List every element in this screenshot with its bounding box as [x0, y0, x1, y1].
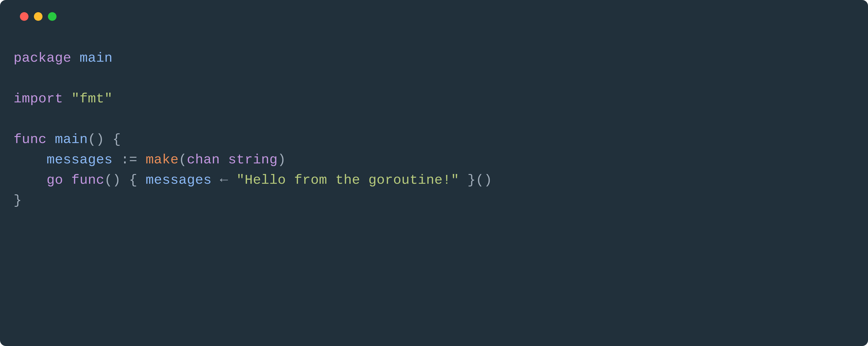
code-window: package main import "fmt" func main() { …: [0, 0, 868, 346]
code-token: messages: [46, 152, 113, 167]
code-token: [63, 172, 71, 188]
code-token: (: [179, 152, 187, 167]
window-controls: [13, 11, 855, 21]
code-line: [13, 68, 855, 89]
code-token: [13, 152, 46, 167]
code-token: main: [80, 51, 113, 66]
code-token: [63, 91, 71, 106]
code-token: func: [71, 172, 104, 188]
code-token: [228, 172, 237, 188]
code-line: import "fmt": [13, 89, 855, 109]
code-token: chan: [187, 152, 220, 167]
code-token: [137, 152, 146, 167]
code-token: [212, 172, 220, 188]
code-token: [220, 152, 228, 167]
code-block: package main import "fmt" func main() { …: [13, 48, 855, 211]
code-token: messages: [146, 172, 212, 188]
code-token: ←: [220, 172, 228, 188]
code-line: func main() {: [13, 129, 855, 150]
maximize-icon[interactable]: [48, 12, 57, 21]
code-token: "Hello from the goroutine!": [237, 172, 459, 188]
code-token: go: [46, 172, 63, 188]
code-token: make: [146, 152, 179, 167]
code-token: [113, 152, 121, 167]
code-line: package main: [13, 48, 855, 68]
code-token: :=: [121, 152, 137, 167]
code-token: package: [13, 51, 71, 66]
code-token: }(): [459, 172, 492, 188]
code-token: main: [55, 132, 88, 147]
code-token: ): [278, 152, 286, 167]
code-line: }: [13, 190, 855, 211]
close-icon[interactable]: [20, 12, 29, 21]
code-token: "fmt": [71, 91, 113, 106]
code-line: messages := make(chan string): [13, 150, 855, 170]
code-token: () {: [104, 172, 146, 188]
code-token: func: [13, 132, 46, 147]
code-token: [46, 132, 55, 147]
code-line: go func() { messages ← "Hello from the g…: [13, 170, 855, 190]
code-token: string: [228, 152, 278, 167]
code-token: () {: [88, 132, 121, 147]
code-line: [13, 109, 855, 129]
code-token: }: [13, 193, 22, 208]
minimize-icon[interactable]: [34, 12, 42, 21]
code-token: [71, 51, 80, 66]
code-token: [13, 172, 46, 188]
code-token: import: [13, 91, 63, 106]
